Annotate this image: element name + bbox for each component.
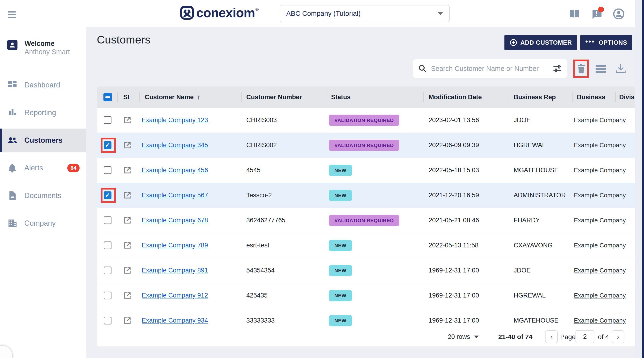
reporting-icon	[7, 108, 18, 118]
open-external-icon[interactable]	[124, 266, 132, 274]
table-footer: 20 rows 21-40 of 74 ‹ Page of 4 ›	[97, 327, 635, 346]
business-link[interactable]: Example Company	[574, 183, 626, 208]
business-link[interactable]: Example Company	[574, 108, 626, 133]
business-link[interactable]: Example Company	[574, 208, 626, 233]
open-external-icon[interactable]	[124, 166, 132, 174]
customer-name-link[interactable]: Example Company 789	[142, 233, 208, 258]
status-cell: NEW	[329, 183, 352, 208]
account-avatar-icon[interactable]	[613, 9, 624, 19]
sidebar-item-reporting[interactable]: Reporting	[0, 101, 86, 125]
business-link[interactable]: Example Company	[574, 283, 626, 308]
row-checkbox[interactable]	[104, 166, 112, 174]
row-checkbox[interactable]	[104, 241, 112, 249]
customer-name-link[interactable]: Example Company 934	[142, 308, 208, 327]
options-button[interactable]: ••• OPTIONS	[580, 35, 632, 50]
business-link[interactable]: Example Company	[574, 258, 626, 283]
open-external-icon[interactable]	[124, 141, 132, 149]
row-checkbox[interactable]: ✓	[104, 191, 112, 199]
business-rep-cell: JDOE	[514, 258, 531, 283]
table-row: Example Company 89154354354NEW1969-12-31…	[97, 258, 635, 283]
sidebar-item-alerts[interactable]: Alerts 64	[0, 156, 86, 180]
open-external-icon[interactable]	[124, 241, 132, 249]
row-checkbox[interactable]	[104, 292, 112, 299]
row-checkbox[interactable]	[104, 317, 112, 324]
select-all-checkbox[interactable]	[104, 93, 112, 101]
rows-per-page-dropdown[interactable]: 20 rows	[448, 333, 479, 340]
customer-number-cell: esrt-test	[246, 233, 270, 258]
feedback-alert-icon[interactable]	[591, 9, 602, 19]
business-link[interactable]: Example Company	[574, 158, 626, 183]
business-rep-cell: HGREWAL	[514, 133, 546, 158]
add-customer-button[interactable]: ADD CUSTOMER	[504, 35, 577, 50]
notification-dot	[598, 7, 604, 12]
open-external-icon[interactable]	[124, 316, 132, 324]
documentation-book-icon[interactable]	[569, 9, 580, 19]
row-checkbox[interactable]	[104, 266, 112, 274]
dashboard-icon	[7, 80, 18, 90]
row-checkbox[interactable]	[104, 216, 112, 224]
status-cell: NEW	[329, 158, 352, 183]
alerts-bell-icon	[7, 163, 18, 173]
customer-name-link[interactable]: Example Company 912	[142, 283, 208, 308]
status-cell: NEW	[329, 258, 352, 283]
welcome-user-name: Anthony Smart	[24, 48, 70, 56]
column-header-customer-name[interactable]: Customer Name↑	[145, 87, 200, 108]
column-header-si[interactable]: SI	[123, 87, 130, 108]
search-bar	[413, 59, 567, 78]
filter-sliders-icon[interactable]	[553, 64, 562, 73]
business-rep-cell: FHARDY	[514, 208, 540, 233]
sidebar-item-label: Documents	[24, 191, 62, 200]
customer-name-link[interactable]: Example Company 345	[142, 133, 208, 158]
trash-icon	[577, 64, 585, 74]
column-header-business-rep[interactable]: Business Rep	[514, 87, 556, 108]
conexiom-logo-icon	[180, 6, 194, 20]
company-selector-dropdown[interactable]: ABC Company (Tutorial)	[280, 5, 450, 22]
sidebar-item-documents[interactable]: Documents	[0, 184, 86, 207]
table-row: ✓Example Company 567Tessco-2NEW2021-12-2…	[97, 183, 635, 208]
status-badge: NEW	[329, 190, 352, 201]
delete-selected-annotation-box[interactable]	[574, 60, 589, 78]
download-icon[interactable]	[615, 63, 627, 74]
open-external-icon[interactable]	[124, 191, 132, 199]
business-link[interactable]: Example Company	[574, 233, 626, 258]
sidebar-item-customers[interactable]: Customers	[0, 129, 86, 152]
column-header-customer-number[interactable]: Customer Number	[246, 87, 302, 108]
company-selector-value: ABC Company (Tutorial)	[286, 10, 438, 18]
search-input[interactable]	[430, 65, 553, 73]
column-header-division[interactable]: Division	[619, 87, 635, 108]
right-gutter	[635, 0, 642, 358]
open-external-icon[interactable]	[124, 216, 132, 224]
sidebar-item-label: Dashboard	[24, 81, 60, 89]
row-checkbox[interactable]	[104, 116, 112, 124]
status-cell: NEW	[329, 308, 352, 327]
previous-page-button[interactable]: ‹	[545, 330, 558, 343]
corner-floating-button[interactable]	[0, 346, 12, 358]
column-header-business[interactable]: Business	[577, 87, 605, 108]
customer-name-link[interactable]: Example Company 891	[142, 258, 208, 283]
menu-hamburger-icon[interactable]	[8, 11, 16, 19]
open-external-icon[interactable]	[124, 291, 132, 299]
sidebar-item-dashboard[interactable]: Dashboard	[0, 73, 86, 97]
row-checkbox[interactable]: ✓	[104, 141, 112, 149]
sidebar-item-company[interactable]: Company	[0, 211, 86, 235]
open-external-icon[interactable]	[124, 116, 132, 124]
business-link[interactable]: Example Company	[574, 308, 626, 327]
status-badge: VALIDATION REQUIRED	[329, 140, 399, 151]
business-rep-cell: JDOE	[514, 108, 531, 133]
column-header-modification-date[interactable]: Modification Date	[428, 87, 482, 108]
customer-name-link[interactable]: Example Company 567	[142, 183, 208, 208]
sidebar-item-label: Alerts	[24, 164, 43, 172]
customer-name-link[interactable]: Example Company 678	[142, 208, 208, 233]
modification-date-cell: 2022-05-13 11:58	[428, 233, 478, 258]
customer-number-cell: 33333333	[246, 308, 275, 327]
business-link[interactable]: Example Company	[574, 133, 626, 158]
customer-name-link[interactable]: Example Company 123	[142, 108, 208, 133]
next-page-button[interactable]: ›	[612, 330, 624, 343]
logo-wordmark: conexiom	[196, 6, 255, 20]
customer-name-link[interactable]: Example Company 456	[142, 158, 208, 183]
column-settings-icon[interactable]	[595, 63, 607, 74]
page-number-input[interactable]	[576, 330, 594, 343]
company-building-icon	[7, 218, 18, 228]
column-header-status[interactable]: Status	[331, 87, 351, 108]
table-row: Example Company 67836246277765VALIDATION…	[97, 208, 635, 233]
